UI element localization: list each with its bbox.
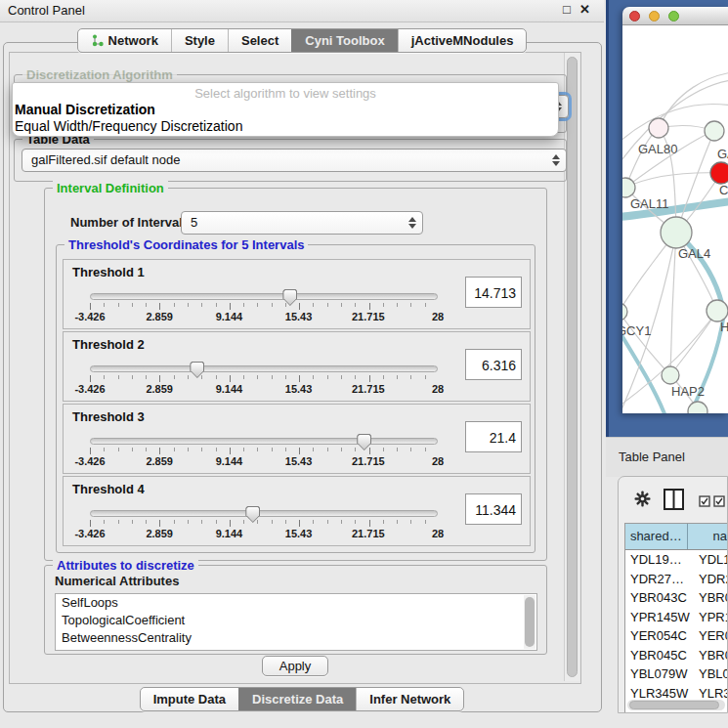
tab-jactivemnodules[interactable]: jActiveMNodules: [398, 29, 527, 52]
cell[interactable]: YDL1: [693, 550, 727, 570]
settings-gear-icon[interactable]: [634, 491, 651, 507]
node-label-gal80: GAL80: [638, 142, 677, 156]
scrollbar-thumb[interactable]: [525, 597, 535, 647]
node-gal11[interactable]: [622, 178, 635, 197]
tab-network[interactable]: Network: [78, 29, 171, 52]
tab-infer-network[interactable]: Infer Network: [356, 688, 463, 710]
tab-network-label: Network: [108, 33, 158, 48]
table-row[interactable]: YLR345WYLR3: [625, 684, 727, 702]
threshold-3-value[interactable]: 21.4: [465, 421, 522, 452]
node-red-selected[interactable]: [710, 162, 728, 184]
cell[interactable]: YBR045C: [625, 646, 693, 665]
column-header-shared-name[interactable]: shared…: [625, 524, 688, 549]
tab-style[interactable]: Style: [171, 29, 228, 52]
node[interactable]: [688, 402, 707, 413]
float-icon[interactable]: □: [563, 2, 571, 17]
node-gal4[interactable]: [661, 217, 692, 248]
table-row[interactable]: YBL079WYBL0: [625, 664, 727, 684]
minimize-traffic-icon[interactable]: [649, 11, 660, 21]
checkbox-icon[interactable]: [713, 495, 725, 507]
close-icon[interactable]: ✕: [579, 2, 590, 17]
scale-tick-label: 15.43: [285, 383, 313, 395]
tab-discretize-data-label: Discretize Data: [252, 692, 343, 707]
scale-tick-label: 28: [432, 528, 444, 539]
table-row[interactable]: YDL19…YDL1: [625, 550, 727, 570]
table-row[interactable]: YDR27…YDR2: [625, 570, 727, 589]
scale-tick-label: 21.715: [352, 455, 385, 467]
number-of-intervals-combobox[interactable]: 5: [181, 211, 423, 235]
threshold-3-slider[interactable]: -3.426 2.859 9.144 15.43 21.715 28: [90, 434, 438, 469]
cell[interactable]: YBR0: [693, 646, 727, 665]
scale-tick-label: 21.715: [352, 528, 385, 539]
table-row[interactable]: YBR045CYBR0: [625, 646, 727, 665]
list-vertical-scrollbar[interactable]: [524, 595, 535, 649]
scrollbar-thumb[interactable]: [567, 57, 578, 677]
table-row[interactable]: YER054CYER0: [625, 626, 727, 646]
number-of-intervals-value: 5: [191, 215, 197, 230]
numerical-attributes-list[interactable]: SelfLoops TopologicalCoefficient Between…: [55, 593, 537, 651]
cell[interactable]: YBR043C: [625, 588, 693, 608]
slider-ticks: [90, 520, 439, 527]
threshold-4-value[interactable]: 11.344: [465, 493, 522, 525]
cell[interactable]: YBL079W: [625, 664, 693, 684]
threshold-4-slider[interactable]: -3.426 2.859 9.144 15.43 21.715 28: [90, 506, 438, 541]
table-horizontal-scrollbar[interactable]: [627, 700, 725, 710]
zoom-traffic-icon[interactable]: [668, 11, 679, 21]
cell[interactable]: YER054C: [625, 626, 693, 646]
network-window-titlebar[interactable]: [622, 7, 728, 25]
algorithm-option-manual[interactable]: Manual Discretization: [15, 102, 155, 117]
cell[interactable]: YER0: [693, 626, 727, 646]
threshold-2-value[interactable]: 6.316: [465, 349, 522, 380]
tab-impute-data[interactable]: Impute Data: [141, 688, 238, 710]
cell[interactable]: YBR0: [693, 588, 727, 608]
cell[interactable]: YDR2: [693, 570, 727, 589]
slider-track[interactable]: [90, 365, 438, 372]
cell[interactable]: YDL19…: [625, 550, 693, 570]
node-label-partial: C: [719, 183, 728, 197]
node-hap2[interactable]: [662, 366, 679, 384]
threshold-2-slider[interactable]: -3.426 2.859 9.144 15.43 21.715 28: [90, 362, 438, 397]
list-item[interactable]: TopologicalCoefficient: [56, 612, 536, 629]
threshold-1-slider[interactable]: -3.426 2.859 9.144 15.43 21.715 28: [90, 289, 438, 324]
split-columns-icon[interactable]: [664, 489, 684, 510]
cell[interactable]: YBL0: [693, 664, 727, 684]
cell[interactable]: YLR345W: [625, 684, 693, 702]
attributes-group: Attributes to discretize Numerical Attri…: [44, 565, 547, 655]
node[interactable]: [707, 300, 728, 321]
cell[interactable]: YLR3: [693, 684, 727, 702]
scale-tick-label: 9.144: [216, 311, 243, 322]
cell[interactable]: YPR145W: [625, 608, 693, 627]
network-canvas[interactable]: GAL80 GA C GAL11 GAL4 GCY1 HI HAP2: [622, 25, 728, 413]
list-item[interactable]: SelfLoops: [56, 594, 536, 612]
node-gcy1[interactable]: [622, 303, 627, 321]
list-item[interactable]: BetweennessCentrality: [56, 629, 536, 647]
table-data-combobox[interactable]: galFiltered.sif default node: [21, 149, 567, 172]
node[interactable]: [705, 121, 724, 141]
slider-track[interactable]: [90, 438, 438, 445]
slider-track[interactable]: [90, 293, 438, 300]
algorithm-placeholder-option[interactable]: Select algorithm to view settings: [13, 86, 558, 101]
scale-tick-label: 28: [432, 383, 444, 395]
column-header-name[interactable]: na: [688, 524, 727, 549]
interval-definition-title: Interval Definition: [53, 181, 168, 195]
cell[interactable]: YPR1: [693, 608, 727, 627]
threshold-2-panel: Threshold 2 -3.426 2.859 9.144 15.43 21.…: [63, 331, 531, 402]
scrollbar-thumb[interactable]: [629, 701, 719, 709]
table-panel-titlebar: Table Panel: [606, 437, 728, 477]
table-row[interactable]: YPR145WYPR1: [625, 608, 727, 627]
node-gal80[interactable]: [649, 118, 668, 138]
threshold-1-value[interactable]: 14.713: [465, 277, 522, 308]
table-row[interactable]: YBR043CYBR0: [625, 588, 727, 608]
top-tab-bar: Network Style Select Cyni Toolbox jActiv…: [0, 28, 604, 53]
tab-select[interactable]: Select: [228, 29, 291, 52]
scale-tick-label: -3.426: [74, 383, 105, 395]
tab-discretize-data[interactable]: Discretize Data: [238, 688, 356, 710]
algorithm-option-equal-width[interactable]: Equal Width/Frequency Discretization: [15, 118, 242, 134]
slider-track[interactable]: [90, 510, 438, 517]
tab-cyni-toolbox[interactable]: Cyni Toolbox: [291, 29, 397, 52]
apply-button[interactable]: Apply: [262, 656, 328, 676]
cell[interactable]: YDR27…: [625, 570, 693, 589]
close-traffic-icon[interactable]: [629, 11, 640, 21]
slider-ticks: [90, 375, 439, 382]
checkbox-icon[interactable]: [699, 495, 710, 507]
